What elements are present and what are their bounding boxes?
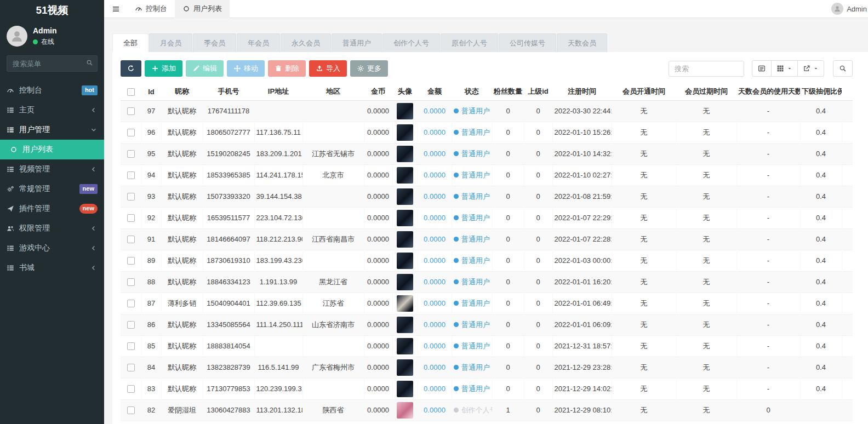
amount-link[interactable]: 0.0000 — [424, 235, 446, 243]
sidebar-item-书城[interactable]: 书城 — [0, 258, 104, 278]
user-avatar-thumb[interactable] — [397, 402, 413, 419]
column-header-reg[interactable]: 注册时间 — [552, 83, 612, 100]
add-button[interactable]: 添加 — [145, 60, 182, 77]
sidebar-item-视频管理[interactable]: 视频管理 — [0, 159, 104, 179]
table-row[interactable]: 88默认昵称188463341231.191.13.99黑龙江省0.00000.… — [121, 271, 853, 293]
import-button[interactable]: 导入 — [309, 60, 347, 77]
row-checkbox[interactable] — [127, 300, 135, 307]
amount-link[interactable]: 0.0000 — [424, 107, 446, 115]
sidebar-item-控制台[interactable]: 控制台hot — [0, 81, 104, 100]
table-search-input[interactable] — [669, 61, 744, 77]
row-checkbox[interactable] — [127, 193, 135, 200]
column-header-phone[interactable]: 手机号 — [203, 83, 254, 100]
sidebar-item-游戏中心[interactable]: 游戏中心 — [0, 238, 104, 258]
column-header-vip_end[interactable]: 会员过期时间 — [676, 83, 736, 100]
user-avatar-thumb[interactable] — [397, 359, 413, 376]
sidebar-item-主页[interactable]: 主页 — [0, 100, 104, 120]
user-avatar-thumb[interactable] — [397, 338, 413, 354]
topbar-tab-用户列表[interactable]: 用户列表 — [175, 0, 230, 18]
columns-button[interactable] — [771, 60, 798, 77]
user-avatar-thumb[interactable] — [397, 231, 413, 248]
amount-link[interactable]: 0.0000 — [424, 342, 446, 350]
column-header-fans[interactable]: 粉丝数量 — [492, 83, 524, 100]
filter-tab-创作个人号[interactable]: 创作个人号 — [382, 33, 440, 52]
amount-link[interactable]: 0.0000 — [424, 171, 446, 179]
filter-tab-全部[interactable]: 全部 — [112, 33, 149, 52]
table-row[interactable]: 96默认昵称18065072777117.136.75.110.00000.00… — [121, 122, 853, 143]
column-header-nickname[interactable]: 昵称 — [161, 83, 203, 100]
user-avatar-thumb[interactable] — [397, 188, 413, 205]
row-checkbox[interactable] — [127, 364, 135, 371]
table-row[interactable]: 84默认昵称13823828739116.5.141.99广东省梅州市0.000… — [121, 357, 853, 378]
user-avatar-thumb[interactable] — [397, 295, 413, 312]
user-avatar-thumb[interactable] — [397, 167, 413, 184]
hamburger-menu-icon[interactable] — [104, 5, 127, 13]
filter-tab-永久会员[interactable]: 永久会员 — [281, 33, 331, 52]
amount-link[interactable]: 0.0000 — [424, 128, 446, 136]
edit-button[interactable]: 编辑 — [186, 60, 224, 77]
sidebar-item-权限管理[interactable]: 权限管理 — [0, 219, 104, 238]
row-checkbox[interactable] — [127, 342, 135, 350]
view-list-button[interactable] — [752, 60, 772, 77]
topbar-tab-控制台[interactable]: 控制台 — [127, 0, 175, 18]
row-checkbox[interactable] — [127, 385, 135, 393]
row-checkbox[interactable] — [127, 236, 135, 243]
user-avatar-thumb[interactable] — [397, 210, 413, 226]
column-header-ip[interactable]: IP地址 — [254, 83, 302, 100]
table-row[interactable]: 83默认昵称17130779853120.239.199.310.00000.0… — [121, 378, 853, 399]
amount-link[interactable]: 0.0000 — [424, 192, 446, 200]
topbar-user[interactable]: Admin — [831, 3, 868, 15]
row-checkbox[interactable] — [127, 257, 135, 265]
table-row[interactable]: 92默认昵称16539511577223.104.72.1300.00000.0… — [121, 207, 853, 228]
user-avatar-thumb[interactable] — [397, 146, 413, 162]
amount-link[interactable]: 0.0000 — [424, 363, 446, 371]
more-button[interactable]: 更多 — [350, 60, 388, 77]
amount-link[interactable]: 0.0000 — [424, 299, 446, 307]
column-header-coins[interactable]: 金币 — [364, 83, 392, 100]
row-checkbox[interactable] — [127, 171, 135, 179]
move-button[interactable]: 移动 — [227, 60, 265, 77]
column-header-region[interactable]: 地区 — [302, 83, 364, 100]
sidebar-search-input[interactable] — [7, 55, 98, 72]
table-row[interactable]: 82爱阴湿坦13060427883113.201.132.182陕西省0.000… — [121, 399, 853, 421]
row-checkbox[interactable] — [127, 107, 135, 115]
table-row[interactable]: 87薄利多销15040904401112.39.69.135江苏省0.00000… — [121, 293, 853, 314]
row-checkbox[interactable] — [127, 150, 135, 158]
export-button[interactable] — [797, 60, 824, 77]
column-header-parent[interactable]: 上级id — [524, 83, 552, 100]
amount-link[interactable]: 0.0000 — [424, 256, 446, 265]
filter-tab-原创个人号[interactable]: 原创个人号 — [441, 33, 498, 52]
amount-link[interactable]: 0.0000 — [424, 320, 446, 329]
row-checkbox[interactable] — [127, 406, 135, 414]
filter-tab-季会员[interactable]: 季会员 — [193, 33, 236, 52]
user-avatar-thumb[interactable] — [397, 381, 413, 397]
amount-link[interactable]: 0.0000 — [424, 385, 446, 393]
table-row[interactable]: 86默认昵称13345085564111.14.250.111山东省济南市0.0… — [121, 314, 853, 335]
table-row[interactable]: 94默认昵称18533965385114.241.178.151北京市0.000… — [121, 164, 853, 186]
filter-tab-天数会员[interactable]: 天数会员 — [557, 33, 607, 52]
amount-link[interactable]: 0.0000 — [424, 406, 446, 414]
user-avatar-thumb[interactable] — [397, 253, 413, 269]
amount-link[interactable]: 0.0000 — [424, 214, 446, 222]
table-row[interactable]: 93默认昵称1507339332039.144.154.380.00000.00… — [121, 186, 853, 207]
select-all-checkbox[interactable] — [127, 88, 135, 96]
user-avatar-thumb[interactable] — [397, 124, 413, 141]
column-header-status[interactable]: 状态 — [452, 83, 492, 100]
filter-tab-公司传媒号[interactable]: 公司传媒号 — [499, 33, 556, 52]
user-avatar-thumb[interactable] — [397, 317, 413, 333]
table-row[interactable]: 89默认昵称18730619310183.199.43.2300.00000.0… — [121, 250, 853, 271]
column-header-toggle[interactable]: 0=停 — [842, 83, 853, 100]
column-header-ratio[interactable]: 下级抽佣比例 — [800, 83, 842, 100]
refresh-button[interactable] — [121, 60, 141, 77]
sidebar-item-插件管理[interactable]: 插件管理new — [0, 199, 104, 219]
amount-link[interactable]: 0.0000 — [424, 150, 446, 158]
search-icon[interactable] — [86, 59, 93, 66]
filter-tab-月会员[interactable]: 月会员 — [149, 33, 192, 52]
search-button[interactable] — [833, 60, 853, 77]
sidebar-item-常规管理[interactable]: 常规管理new — [0, 179, 104, 199]
amount-link[interactable]: 0.0000 — [424, 278, 446, 286]
row-checkbox[interactable] — [127, 214, 135, 222]
filter-tab-普通用户[interactable]: 普通用户 — [332, 33, 382, 52]
column-header-vip_start[interactable]: 会员开通时间 — [612, 83, 676, 100]
sidebar-item-用户列表[interactable]: 用户列表 — [0, 140, 104, 159]
